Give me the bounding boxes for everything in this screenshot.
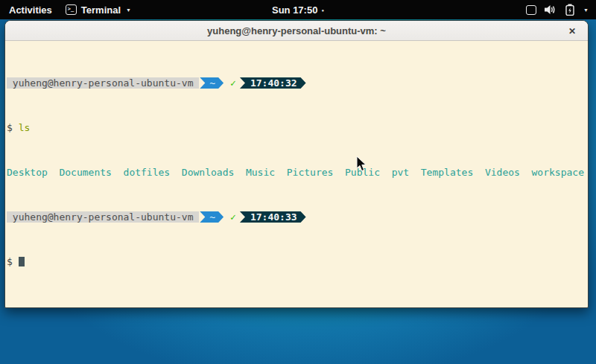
prompt-cwd-segment: ~: [200, 77, 224, 89]
terminal-content[interactable]: yuheng@henry-personal-ubuntu-vm ~✓17:40:…: [5, 41, 588, 307]
terminal-block-cursor: [19, 257, 25, 266]
mouse-cursor: [356, 156, 367, 172]
notification-dot-icon: ●: [321, 8, 324, 13]
prompt-user-host: yuheng@henry-personal-ubuntu-vm: [7, 77, 199, 89]
clock[interactable]: Sun 17:50: [272, 4, 317, 16]
prompt-status-check-icon: ✓: [230, 77, 236, 89]
system-status-area[interactable]: ▼: [526, 0, 596, 19]
directory-entry: dotfiles: [124, 167, 171, 178]
chevron-down-icon: ▼: [126, 7, 131, 13]
prompt-time-segment: 17:40:33: [240, 211, 306, 223]
top-bar: Activities >_ Terminal ▼ Sun 17:50 ●: [0, 0, 596, 19]
prompt-user-host: yuheng@henry-personal-ubuntu-vm: [7, 211, 199, 223]
terminal-window: yuheng@henry-personal-ubuntu-vm: ~ ✕ yuh…: [4, 20, 589, 308]
app-menu-label: Terminal: [81, 4, 121, 16]
directory-entry: Downloads: [182, 167, 234, 178]
prompt-line: yuheng@henry-personal-ubuntu-vm ~✓17:40:…: [7, 211, 588, 223]
directory-entry: Videos: [485, 167, 520, 178]
directory-entry: Pictures: [287, 167, 334, 178]
window-titlebar[interactable]: yuheng@henry-personal-ubuntu-vm: ~ ✕: [5, 21, 588, 41]
activities-button[interactable]: Activities: [9, 4, 52, 16]
display-icon: [526, 5, 536, 15]
window-title: yuheng@henry-personal-ubuntu-vm: ~: [207, 25, 386, 36]
prompt-symbol: $: [7, 122, 19, 133]
directory-entry: Desktop: [7, 167, 48, 178]
prompt-cwd-segment: ~: [200, 211, 224, 223]
app-menu-terminal[interactable]: >_ Terminal ▼: [66, 4, 131, 16]
battery-charging-icon: [565, 4, 574, 16]
volume-icon: [545, 4, 557, 15]
prompt-line: yuheng@henry-personal-ubuntu-vm ~✓17:40:…: [7, 77, 588, 89]
command-line: $: [7, 256, 588, 267]
close-button[interactable]: ✕: [563, 21, 581, 41]
directory-entry: pvt: [392, 167, 409, 178]
command-line: $ ls: [7, 122, 588, 133]
ls-output-line: Desktop Documents dotfiles Downloads Mus…: [7, 167, 588, 178]
terminal-icon: >_: [66, 4, 77, 15]
prompt-status-check-icon: ✓: [230, 211, 236, 223]
directory-entry: workspace: [532, 167, 584, 178]
typed-command: ls: [19, 122, 31, 133]
desktop: Activities >_ Terminal ▼ Sun 17:50 ●: [0, 0, 596, 364]
directory-entry: Documents: [59, 167, 111, 178]
prompt-time-segment: 17:40:32: [240, 77, 306, 89]
prompt-symbol: $: [7, 256, 19, 267]
system-menu-chevron-icon: ▼: [583, 7, 589, 13]
directory-entry: Templates: [421, 167, 473, 178]
directory-entry: Music: [246, 167, 275, 178]
